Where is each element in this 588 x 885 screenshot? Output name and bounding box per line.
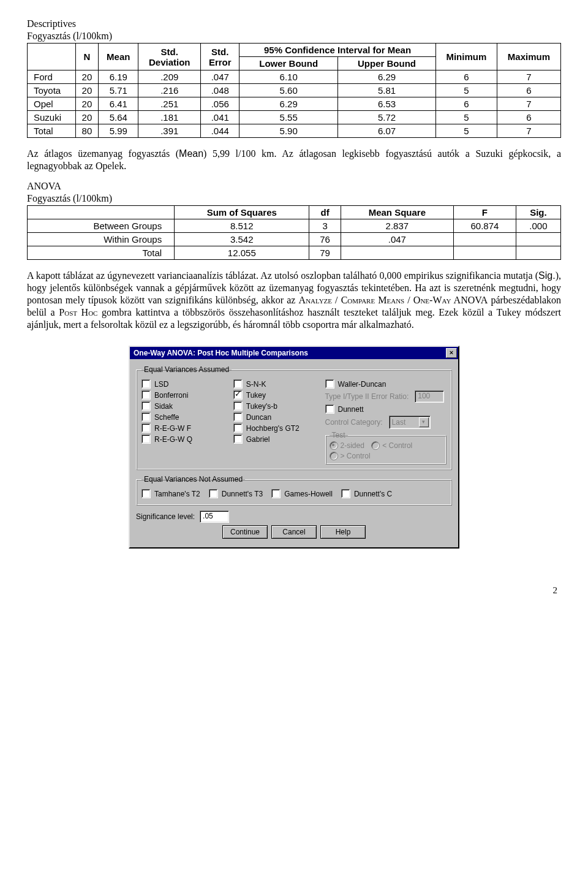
check-snk[interactable]: S-N-K: [233, 379, 320, 389]
col-upper: Upper Bound: [338, 57, 436, 70]
close-button[interactable]: ×: [446, 348, 457, 358]
col-max: Maximum: [497, 44, 560, 70]
check-duncan[interactable]: Duncan: [233, 412, 320, 422]
posthoc-dialog: One-Way ANOVA: Post Hoc Multiple Compari…: [129, 346, 459, 549]
col-se: Std.Error: [201, 44, 239, 70]
check-scheffe[interactable]: Scheffe: [141, 412, 228, 422]
ratio-row: Type I/Type II Error Ratio: 100: [325, 390, 447, 403]
check-dunnettt3[interactable]: Dunnett's T3: [209, 489, 263, 498]
dialog-titlebar: One-Way ANOVA: Post Hoc Multiple Compari…: [130, 347, 458, 359]
radio-2sided: 2-sided: [330, 441, 364, 450]
col-ms: Mean Square: [341, 206, 453, 219]
control-category-select: Last▾: [389, 416, 431, 429]
check-gabriel[interactable]: Gabriel: [233, 435, 320, 444]
significance-row: Significance level: .05: [136, 511, 452, 523]
col-ss: Sum of Squares: [175, 206, 309, 219]
table-row: Suzuki205.64.181.0415.555.7256: [28, 111, 561, 124]
ratio-input: 100: [415, 390, 444, 403]
dialog-title: One-Way ANOVA: Post Hoc Multiple Compari…: [134, 349, 308, 357]
check-gameshowell[interactable]: Games-Howell: [271, 489, 333, 498]
table-row: Ford206.19.209.0476.106.2967: [28, 70, 561, 84]
anova-subtitle: Fogyasztás (l/100km): [27, 193, 561, 204]
check-sidak[interactable]: Sidak: [141, 401, 228, 411]
significance-input[interactable]: .05: [200, 511, 229, 523]
table-row: Within Groups3.54276.047: [28, 233, 561, 246]
chevron-down-icon: ▾: [419, 417, 429, 427]
check-tukey[interactable]: Tukey: [233, 390, 320, 400]
anova-title: ANOVA: [27, 181, 561, 192]
check-wallerduncan[interactable]: Waller-Duncan: [325, 379, 447, 389]
col-mean: Mean: [99, 44, 138, 70]
test-group: Test 2-sided < Control > Control: [325, 431, 447, 465]
table-row: Between Groups8.51232.83760.874.000: [28, 219, 561, 233]
check-dunnett[interactable]: Dunnett: [325, 405, 447, 414]
check-bonferroni[interactable]: Bonferroni: [141, 390, 228, 400]
col-n: N: [75, 44, 99, 70]
descriptives-title: Descriptives: [27, 18, 561, 29]
page-number: 2: [27, 585, 561, 596]
significance-label: Significance level:: [136, 512, 195, 521]
unequal-variances-group: Equal Variances Not Assumed Tamhane's T2…: [136, 475, 452, 506]
paragraph-1: Az átlagos üzemanyag fogyasztás (Mean) 5…: [27, 148, 561, 172]
table-row: Toyota205.71.216.0485.605.8156: [28, 84, 561, 97]
col-df: df: [309, 206, 341, 219]
col-min: Minimum: [435, 44, 497, 70]
table-row: Opel206.41.251.0566.296.5367: [28, 97, 561, 111]
help-button[interactable]: Help: [320, 525, 366, 539]
table-row: Total805.99.391.0445.906.0757: [28, 124, 561, 138]
test-legend: Test: [330, 431, 348, 439]
table-row: Total12.05579: [28, 246, 561, 260]
check-regwf[interactable]: R-E-G-W F: [141, 424, 228, 433]
check-hochberg[interactable]: Hochberg's GT2: [233, 424, 320, 433]
col-sig: Sig.: [516, 206, 560, 219]
continue-button[interactable]: Continue: [222, 525, 268, 539]
check-regwq[interactable]: R-E-G-W Q: [141, 435, 228, 444]
col-sd: Std.Deviation: [138, 44, 201, 70]
radio-gtcontrol: > Control: [330, 452, 371, 460]
col-f: F: [453, 206, 516, 219]
check-tamhane[interactable]: Tamhane's T2: [141, 489, 200, 498]
check-lsd[interactable]: LSD: [141, 379, 228, 389]
descriptives-table: N Mean Std.Deviation Std.Error 95% Confi…: [27, 43, 561, 138]
equal-variances-legend: Equal Variances Assumed: [141, 365, 232, 374]
col-lower: Lower Bound: [239, 57, 338, 70]
equal-variances-group: Equal Variances Assumed LSD Bonferroni S…: [136, 365, 452, 470]
unequal-variances-legend: Equal Variances Not Assumed: [141, 475, 245, 484]
check-dunnettc[interactable]: Dunnett's C: [341, 489, 392, 498]
paragraph-2: A kapott táblázat az úgynevezett varianc…: [27, 270, 561, 331]
check-tukeysb[interactable]: Tukey's-b: [233, 401, 320, 411]
anova-table: Sum of Squares df Mean Square F Sig. Bet…: [27, 205, 561, 260]
radio-ltcontrol: < Control: [371, 441, 412, 450]
cancel-button[interactable]: Cancel: [271, 525, 317, 539]
col-ci: 95% Confidence Interval for Mean: [239, 44, 436, 57]
control-category-row: Control Category: Last▾: [325, 416, 447, 429]
descriptives-subtitle: Fogyasztás (l/100km): [27, 31, 561, 42]
